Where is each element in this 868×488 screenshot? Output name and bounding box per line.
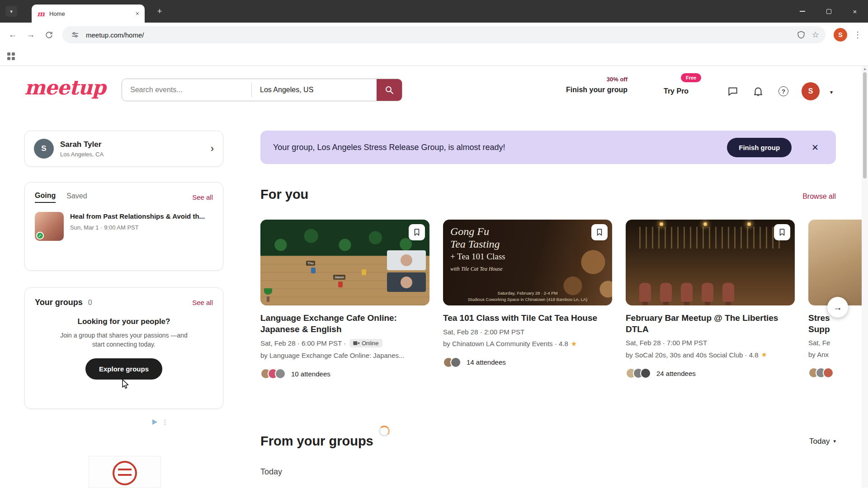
bookmarks-bar [0,47,868,66]
promo-block: 30% off Finish your group [533,76,627,94]
user-avatar[interactable]: S [802,82,820,100]
poster-subtitle: with Tile Cat Tea House [450,266,505,272]
profile-chevron-right-icon[interactable]: › [211,143,214,155]
location-input[interactable] [252,79,377,101]
scroll-up-icon[interactable]: ▲ [863,67,867,71]
event-card-organizer: by Anx [808,351,868,358]
notifications-button[interactable] [752,85,764,98]
poster-line: Gong Fu [450,225,505,238]
bookmark-star-icon[interactable]: ☆ [812,30,819,40]
attendee-avatar [450,357,461,368]
minimize-button[interactable] [789,0,816,23]
event-card-datetime: Sat, Feb 28 · 2:00 PM PST [443,328,612,336]
poster-line: Tea Tasting [450,238,505,251]
close-window-button[interactable]: × [842,0,868,23]
save-event-button[interactable] [409,224,425,240]
event-card-organizer: by Language Exchange Cafe Online: Japane… [260,352,429,359]
groups-title: Your groups [35,298,83,307]
meetup-home-page: meetup 30% off Finish your group Free Tr… [0,66,868,488]
today-subheading: Today [260,467,282,477]
browser-tab-home[interactable]: m Home × [32,5,145,23]
for-you-header: For you Browse all [260,187,836,202]
save-event-button[interactable] [591,224,608,240]
bookmark-icon [413,228,421,236]
tab-saved[interactable]: Saved [66,192,87,202]
help-button[interactable]: ? [777,85,790,98]
organizer-text: by Language Exchange Cafe Online: Japane… [260,352,405,359]
finish-group-button[interactable]: Finish group [727,138,792,157]
browser-menu-icon[interactable]: ⋮ [852,30,863,40]
poster-line: + Tea 101 Class [450,252,505,262]
camera-icon [353,341,359,346]
event-title: Heal from Past Relationships & Avoid th.… [70,212,205,221]
browser-profile-avatar[interactable]: S [834,28,847,42]
reload-button[interactable] [41,27,57,43]
save-event-button[interactable] [774,224,790,240]
messages-button[interactable] [726,85,739,98]
for-you-title: For you [260,187,308,202]
empty-heading: Looking for your people? [35,317,213,326]
meetup-favicon-icon: m [37,9,45,18]
url-text[interactable]: meetup.com/home/ [86,31,790,39]
profile-card[interactable]: S Sarah Tyler Los Angeles, CA › [24,131,223,167]
meetup-logo[interactable]: meetup [24,76,106,99]
adchoices-icon[interactable] [152,419,157,425]
free-badge: Free [681,73,701,82]
chevron-down-icon: ▾ [10,9,13,14]
try-pro-link[interactable]: Try Pro [664,87,689,95]
for-you-card-row: Thu Jason Language Exchange Cafe Online:… [260,220,868,379]
minimize-icon [800,11,805,12]
search-bar [122,79,402,101]
attendee-avatar [640,368,651,379]
tab-search-button[interactable]: ▾ [5,6,17,17]
privacy-icon[interactable] [795,30,807,39]
tab-close-icon[interactable]: × [136,10,139,17]
page-scrollbar[interactable]: ▲ [862,66,868,488]
game-character [311,267,316,273]
bar-stools [639,283,788,302]
organizer-text: by Anx [808,351,829,358]
today-filter-dropdown[interactable]: Today ▾ [809,437,836,446]
finish-your-group-link[interactable]: Finish your group [533,86,627,94]
apps-grid-icon[interactable] [7,52,15,60]
group-ready-banner: Your group, Los Angeles Stress Release G… [260,131,836,164]
explore-groups-button[interactable]: Explore groups [85,358,162,380]
search-icon [385,85,394,94]
events-see-all-link[interactable]: See all [192,193,213,201]
organizer-text: by Chinatown LA Community Events · 4.8 [443,340,568,347]
scrollbar-thumb[interactable] [863,72,867,178]
event-datetime: Sun, Mar 1 · 9:00 AM PST [70,224,205,231]
going-event-item[interactable]: ✓ Heal from Past Relationships & Avoid t… [35,212,213,241]
search-events-input[interactable] [122,79,251,101]
new-tab-button[interactable]: + [154,5,165,17]
poster-footer: Saturday, February 28 · 2-4 PM Studious … [443,290,612,303]
event-image: Gong Fu Tea Tasting + Tea 101 Class with… [443,220,612,305]
carousel-next-button[interactable]: → [827,297,848,318]
groups-header: Your groups 0 See all [35,298,213,307]
event-card-datetime: Sat, Feb 28 · 7:00 PM PST [626,339,795,347]
search-button[interactable] [377,79,402,101]
forward-button[interactable]: → [23,27,39,43]
maximize-button[interactable] [816,0,842,23]
tab-going[interactable]: Going [35,192,56,203]
ad-menu-icon[interactable]: ⋮ [162,418,168,426]
event-card-attendees [808,367,868,378]
datetime-text: Sat, Fe [808,339,830,347]
online-label: Online [362,340,379,347]
loading-spinner [379,426,390,436]
address-bar[interactable]: meetup.com/home/ ☆ [62,26,826,43]
browse-all-link[interactable]: Browse all [802,192,836,201]
back-button[interactable]: ← [5,27,21,43]
event-card-bar-meetup[interactable]: February Bar Meetup @ The Liberties DTLA… [626,220,795,379]
event-card-tea-class[interactable]: Gong Fu Tea Tasting + Tea 101 Class with… [443,220,612,379]
groups-see-all-link[interactable]: See all [192,299,213,306]
profile-avatar: S [34,139,54,159]
poster-text: Gong Fu Tea Tasting + Tea 101 Class with… [450,225,505,272]
banner-close-icon[interactable]: ✕ [811,142,819,153]
site-settings-icon[interactable] [69,31,81,39]
advertisement-image[interactable] [89,456,161,488]
account-chevron-down-icon[interactable]: ▾ [830,89,833,95]
poster-footer-line: Studious Coworking Space in Chinatown (4… [443,296,612,303]
attendee-avatar [275,368,286,379]
event-card-language-exchange[interactable]: Thu Jason Language Exchange Cafe Online:… [260,220,429,379]
